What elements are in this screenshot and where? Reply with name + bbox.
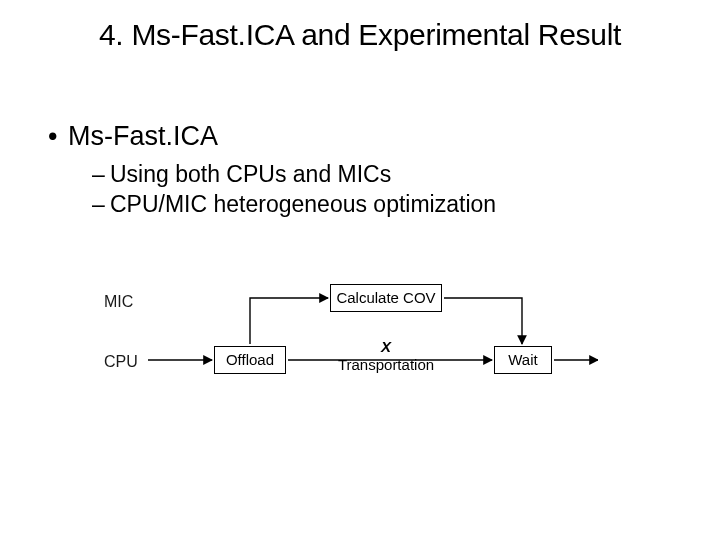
slide-body: •Ms-Fast.ICA –Using both CPUs and MICs –… xyxy=(48,120,680,220)
bullet-dash-icon: – xyxy=(92,190,110,220)
bullet-level1-text: Ms-Fast.ICA xyxy=(68,121,218,151)
bullet-level1: •Ms-Fast.ICA xyxy=(48,120,680,154)
bullet-dash-icon: – xyxy=(92,160,110,190)
bullet-level2: –CPU/MIC heterogeneous optimization xyxy=(92,190,680,220)
flow-diagram: MIC CPU Calculate COV Offload Wait X Tra… xyxy=(98,278,598,428)
bullet-level2-text: CPU/MIC heterogeneous optimization xyxy=(110,191,496,217)
slide-title: 4. Ms-Fast.ICA and Experimental Result xyxy=(0,18,720,52)
bullet-level2-text: Using both CPUs and MICs xyxy=(110,161,391,187)
slide: 4. Ms-Fast.ICA and Experimental Result •… xyxy=(0,0,720,540)
bullet-level2: –Using both CPUs and MICs xyxy=(92,160,680,190)
bullet-dot-icon: • xyxy=(48,120,68,154)
diagram-arrows xyxy=(98,278,598,428)
